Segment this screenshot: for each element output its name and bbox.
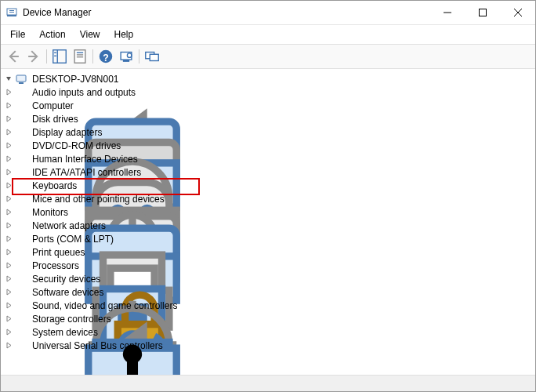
gpu-icon [15, 126, 27, 139]
ide-icon [15, 166, 27, 179]
category-keyboards[interactable]: Keyboards [2, 179, 534, 192]
svg-rect-3 [9, 12, 14, 13]
category-proc[interactable]: Processors [2, 259, 534, 272]
category-label: Disk drives [31, 114, 80, 125]
category-display[interactable]: Display adapters [2, 125, 534, 139]
category-print[interactable]: Print queues [2, 245, 534, 259]
menubar: File Action View Help [1, 25, 535, 44]
expand-icon[interactable] [4, 128, 13, 137]
expand-icon[interactable] [4, 181, 13, 191]
category-label: Ports (COM & LPT) [31, 234, 115, 245]
svg-rect-26 [19, 82, 24, 84]
optical-icon [15, 140, 27, 152]
category-ide[interactable]: IDE ATA/ATAPI controllers [2, 165, 534, 179]
devices-button[interactable] [143, 47, 161, 66]
category-hid[interactable]: Human Interface Devices [2, 152, 534, 165]
category-disk[interactable]: Disk drives [2, 112, 534, 125]
expand-icon[interactable] [4, 221, 13, 230]
root-label: DESKTOP-JV8N001 [31, 74, 121, 85]
window-title: Device Manager [23, 7, 429, 18]
expand-icon[interactable] [4, 234, 13, 244]
svg-text:?: ? [103, 53, 109, 64]
category-label: Monitors [31, 207, 70, 218]
expand-icon[interactable] [4, 154, 13, 164]
svg-rect-16 [77, 54, 83, 55]
device-tree[interactable]: DESKTOP-JV8N001 Audio inputs and outputs… [1, 69, 535, 375]
category-sound[interactable]: Sound, video and game controllers [2, 299, 534, 312]
cpu-icon [15, 260, 27, 272]
category-label: Human Interface Devices [31, 154, 139, 165]
category-label: DVD/CD-ROM drives [31, 140, 122, 151]
app-icon [5, 6, 18, 19]
minimize-button[interactable] [429, 1, 465, 24]
category-mice[interactable]: Mice and other pointing devices [2, 192, 534, 205]
category-computer[interactable]: Computer [2, 99, 534, 112]
category-label: Display adapters [31, 127, 103, 138]
expand-icon[interactable] [4, 301, 13, 310]
expand-icon[interactable] [4, 261, 13, 270]
svg-rect-1 [7, 15, 16, 16]
expand-icon[interactable] [4, 168, 13, 177]
category-label: System devices [31, 327, 100, 338]
expand-icon[interactable] [4, 194, 13, 204]
expand-icon[interactable] [4, 328, 13, 337]
menu-file[interactable]: File [4, 27, 31, 42]
expand-icon[interactable] [4, 274, 13, 284]
svg-rect-5 [479, 9, 486, 16]
collapse-icon[interactable] [4, 74, 13, 84]
menu-view[interactable]: View [74, 27, 107, 42]
show-hide-tree-button[interactable] [50, 47, 69, 66]
expand-icon[interactable] [4, 208, 13, 217]
expand-icon[interactable] [4, 314, 13, 324]
maximize-button[interactable] [465, 1, 500, 24]
category-ports[interactable]: Ports (COM & LPT) [2, 232, 534, 245]
svg-rect-24 [150, 54, 158, 60]
category-storage[interactable]: Storage controllers [2, 312, 534, 325]
keyboard-icon [15, 180, 27, 192]
ports-icon [15, 233, 27, 245]
menu-help[interactable]: Help [108, 27, 140, 42]
menu-action[interactable]: Action [33, 27, 71, 42]
svg-rect-25 [16, 75, 26, 82]
category-label: Audio inputs and outputs [31, 87, 137, 98]
category-label: Network adapters [31, 220, 107, 231]
expand-icon[interactable] [4, 248, 13, 257]
expand-icon[interactable] [4, 88, 13, 97]
forward-button[interactable] [24, 47, 43, 66]
category-label: Processors [31, 260, 81, 271]
close-button[interactable] [500, 1, 535, 24]
window-controls [429, 1, 535, 24]
expand-icon[interactable] [4, 114, 13, 124]
category-label: Print queues [31, 247, 86, 258]
computer-icon [15, 73, 27, 85]
expand-icon[interactable] [4, 341, 13, 350]
expand-icon[interactable] [4, 288, 13, 297]
category-usb[interactable]: Universal Serial Bus controllers [2, 339, 534, 352]
category-system[interactable]: System devices [2, 325, 534, 339]
help-button[interactable]: ? [96, 47, 115, 66]
statusbar [1, 375, 535, 391]
system-icon [15, 326, 27, 339]
category-security[interactable]: Security devices [2, 272, 534, 285]
monitor-icon [15, 206, 27, 219]
expand-icon[interactable] [4, 141, 13, 151]
svg-rect-13 [54, 56, 56, 56]
root-node[interactable]: DESKTOP-JV8N001 Audio inputs and outputs… [2, 72, 534, 352]
network-icon [15, 220, 27, 232]
speaker-icon [15, 299, 27, 312]
usb-icon [15, 339, 27, 352]
category-label: Security devices [31, 274, 102, 285]
disk-icon [15, 113, 27, 125]
monitor-icon [15, 100, 27, 112]
expand-icon[interactable] [4, 101, 13, 111]
category-softdev[interactable]: Software devices [2, 285, 534, 299]
svg-rect-17 [77, 56, 83, 57]
category-audio[interactable]: Audio inputs and outputs [2, 85, 534, 99]
scan-hardware-button[interactable] [117, 47, 136, 66]
properties-button[interactable] [71, 47, 89, 66]
category-dvd[interactable]: DVD/CD-ROM drives [2, 139, 534, 152]
back-button[interactable] [4, 47, 23, 66]
titlebar[interactable]: Device Manager [1, 1, 535, 25]
category-network[interactable]: Network adapters [2, 219, 534, 232]
category-monitors[interactable]: Monitors [2, 205, 534, 219]
